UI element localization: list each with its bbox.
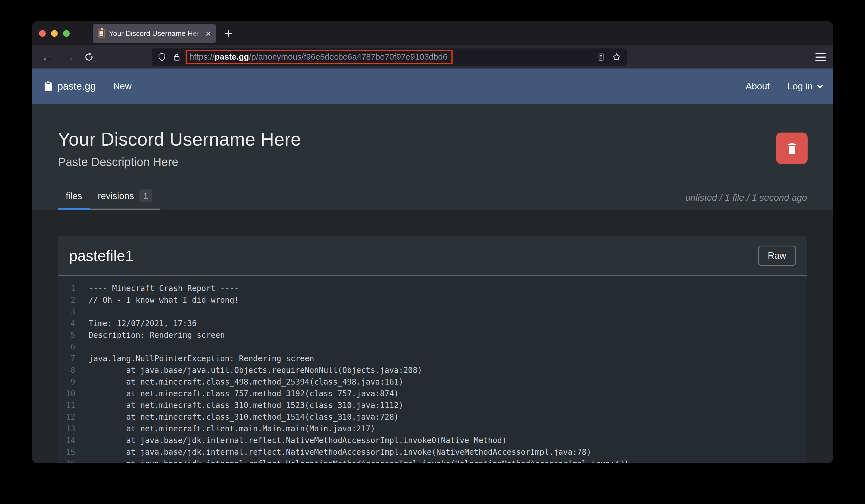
tab-close-icon[interactable]: × <box>205 29 211 38</box>
line-text: Time: 12/07/2021, 17:36 <box>75 318 197 329</box>
nav-login-label: Log in <box>787 81 812 92</box>
line-text: at java.base/jdk.internal.reflect.Native… <box>75 446 591 458</box>
menu-hamburger-icon[interactable] <box>815 53 826 61</box>
tab-files[interactable]: files <box>58 185 90 210</box>
brand-link[interactable]: paste.gg <box>44 81 96 92</box>
line-text <box>75 306 89 318</box>
code-line: 10 at net.minecraft.class_757.method_319… <box>58 388 807 400</box>
code-line: 12 at net.minecraft.class_310.method_151… <box>58 411 807 423</box>
new-tab-button[interactable]: + <box>224 25 232 42</box>
page-title: Your Discord Username Here <box>58 104 807 150</box>
chevron-down-icon <box>817 82 823 89</box>
line-number[interactable]: 10 <box>58 388 75 400</box>
line-number[interactable]: 12 <box>58 411 75 423</box>
browser-window: Your Discord Username Here · pa × + ← → … <box>32 21 833 464</box>
code-line: 3 <box>58 306 807 318</box>
window-minimize-button[interactable] <box>51 30 58 37</box>
code-line: 14 at java.base/jdk.internal.reflect.Nat… <box>58 435 807 446</box>
revisions-count-badge: 1 <box>139 189 152 202</box>
page-content: Your Discord Username Here Paste Descrip… <box>32 104 833 464</box>
code-line: 6 <box>58 341 807 353</box>
site-navbar: paste.gg New About Log in <box>32 69 833 104</box>
code-line: 5Description: Rendering screen <box>58 329 807 341</box>
line-number[interactable]: 7 <box>58 353 75 364</box>
pastefile-card: pastefile1 Raw 1---- Minecraft Crash Rep… <box>58 236 807 464</box>
trash-icon <box>786 141 798 156</box>
line-number[interactable]: 6 <box>58 341 75 353</box>
pastefile-card-header: pastefile1 Raw <box>58 236 807 275</box>
bookmark-star-icon[interactable] <box>612 52 622 62</box>
paste-clipboard-icon <box>44 81 53 92</box>
line-text: at java.base/jdk.internal.reflect.Delega… <box>75 458 629 464</box>
line-number[interactable]: 5 <box>58 329 75 341</box>
code-line: 15 at java.base/jdk.internal.reflect.Nat… <box>58 446 807 458</box>
nav-new-link[interactable]: New <box>113 81 131 92</box>
line-number[interactable]: 9 <box>58 376 75 388</box>
line-text: at java.base/java.util.Objects.requireNo… <box>75 364 422 376</box>
reload-icon[interactable] <box>84 52 94 62</box>
tracking-shield-icon[interactable] <box>157 52 166 62</box>
browser-tab-bar: Your Discord Username Here · pa × + <box>32 21 833 45</box>
line-text: at net.minecraft.client.main.Main.main(M… <box>75 423 375 435</box>
line-text: ---- Minecraft Crash Report ---- <box>75 283 239 294</box>
tab-files-label: files <box>66 191 82 201</box>
reader-mode-icon[interactable] <box>597 52 606 62</box>
lock-icon[interactable] <box>172 52 181 62</box>
paste-description: Paste Description Here <box>58 155 807 169</box>
url-scheme: https:// <box>189 52 215 61</box>
delete-paste-button[interactable] <box>776 132 808 164</box>
nav-login-dropdown[interactable]: Log in <box>787 81 821 92</box>
nav-about-link[interactable]: About <box>746 81 770 92</box>
pastefile-name: pastefile1 <box>69 247 134 264</box>
tab-revisions[interactable]: revisions 1 <box>90 185 160 209</box>
paste-tabs: files revisions 1 <box>58 185 160 210</box>
line-number[interactable]: 3 <box>58 306 75 318</box>
browser-toolbar: ← → https://paste.gg/p/anonymous/f96e5de… <box>32 45 833 69</box>
tab-title: Your Discord Username Here · pa <box>109 29 201 38</box>
line-number[interactable]: 8 <box>58 364 75 376</box>
url-bar[interactable]: https://paste.gg/p/anonymous/f96e5decbe6… <box>152 48 627 66</box>
line-number[interactable]: 11 <box>58 400 75 411</box>
tabs-row: files revisions 1 unlisted / 1 file / 1 … <box>58 185 807 210</box>
line-text <box>75 341 89 353</box>
line-text: at java.base/jdk.internal.reflect.Native… <box>75 435 507 446</box>
url-domain: paste.gg <box>215 52 249 61</box>
window-close-button[interactable] <box>39 30 46 37</box>
back-icon[interactable]: ← <box>41 51 54 63</box>
line-text: at net.minecraft.class_310.method_1514(c… <box>75 411 399 423</box>
forward-icon[interactable]: → <box>62 51 75 63</box>
line-number[interactable]: 15 <box>58 446 75 458</box>
line-number[interactable]: 13 <box>58 423 75 435</box>
code-line: 8 at java.base/java.util.Objects.require… <box>58 364 807 376</box>
paste-meta-text: unlisted / 1 file / 1 second ago <box>685 192 807 210</box>
code-line: 16 at java.base/jdk.internal.reflect.Del… <box>58 458 807 464</box>
code-line: 1---- Minecraft Crash Report ---- <box>58 283 807 294</box>
code-line: 9 at net.minecraft.class_498.method_2539… <box>58 376 807 388</box>
paste-body: pastefile1 Raw 1---- Minecraft Crash Rep… <box>32 210 833 464</box>
paste-header: Your Discord Username Here Paste Descrip… <box>32 104 833 210</box>
code-line: 4Time: 12/07/2021, 17:36 <box>58 318 807 329</box>
line-text: at net.minecraft.class_498.method_25394(… <box>75 376 403 388</box>
line-number[interactable]: 2 <box>58 294 75 306</box>
line-number[interactable]: 16 <box>58 458 75 464</box>
raw-button[interactable]: Raw <box>758 246 796 266</box>
line-text: at net.minecraft.class_757.method_3192(c… <box>75 388 399 400</box>
code-line: 13 at net.minecraft.client.main.Main.mai… <box>58 423 807 435</box>
code-line: 11 at net.minecraft.class_310.method_152… <box>58 400 807 411</box>
code-line: 7java.lang.NullPointerException: Renderi… <box>58 353 807 364</box>
url-annotation-box: https://paste.gg/p/anonymous/f96e5decbe6… <box>186 50 452 64</box>
line-number[interactable]: 4 <box>58 318 75 329</box>
code-line: 2// Oh - I know what I did wrong! <box>58 294 807 306</box>
line-text: // Oh - I know what I did wrong! <box>75 294 239 306</box>
line-number[interactable]: 14 <box>58 435 75 446</box>
code-block: 1---- Minecraft Crash Report ----2// Oh … <box>58 275 807 464</box>
line-text: Description: Rendering screen <box>75 329 225 341</box>
url-path: /p/anonymous/f96e5decbe6a4787be70f97e910… <box>249 52 447 61</box>
browser-tab[interactable]: Your Discord Username Here · pa × <box>93 24 216 43</box>
brand-name: paste.gg <box>57 81 96 92</box>
code-lines: 1---- Minecraft Crash Report ----2// Oh … <box>58 283 807 464</box>
window-zoom-button[interactable] <box>63 30 70 37</box>
line-text: java.lang.NullPointerException: Renderin… <box>75 353 314 364</box>
line-number[interactable]: 1 <box>58 283 75 294</box>
clipboard-favicon-icon <box>98 29 105 38</box>
